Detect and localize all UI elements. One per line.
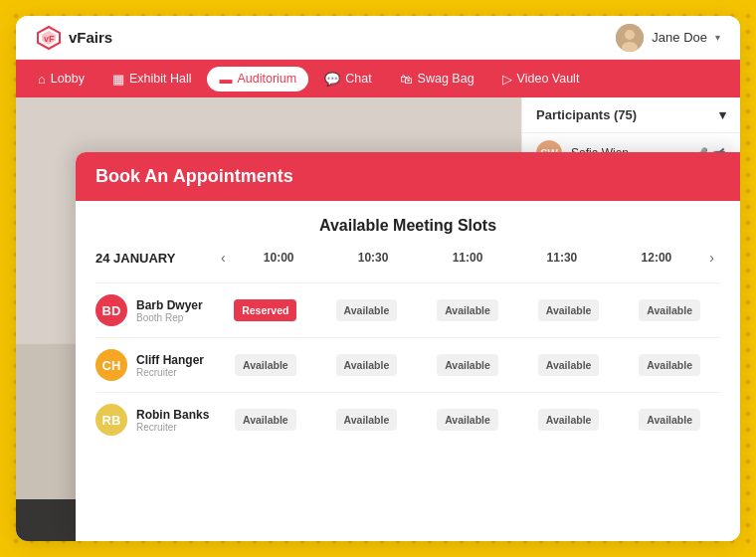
slot-button[interactable]: Available — [235, 354, 296, 376]
avatar: CH — [95, 349, 127, 381]
slot-button[interactable]: Available — [336, 354, 398, 376]
slot-button[interactable]: Available — [639, 409, 700, 431]
slot-button[interactable]: Available — [639, 354, 700, 376]
slot-button[interactable]: Available — [639, 299, 700, 321]
slot-cell: Available — [417, 348, 518, 382]
prev-date-button[interactable]: ‹ — [215, 250, 232, 266]
slot-button[interactable]: Available — [336, 299, 398, 321]
booking-section-title: Available Meeting Slots — [95, 217, 720, 235]
slot-button-reserved[interactable]: Reserved — [234, 299, 296, 321]
svg-point-4 — [625, 30, 635, 40]
nav-lobby-label: Lobby — [51, 72, 85, 86]
slot-cell: Available — [417, 293, 518, 327]
swag-bag-icon: 🛍 — [400, 72, 413, 87]
nav-item-video-vault[interactable]: ▷ Video Vault — [490, 67, 592, 92]
app-name: vFairs — [69, 29, 112, 46]
time-slot-header: 11:30 — [514, 247, 609, 269]
video-vault-icon: ▷ — [502, 72, 512, 87]
nav-video-label: Video Vault — [517, 72, 580, 86]
slot-cell: Available — [518, 403, 620, 437]
slot-button[interactable]: Available — [437, 354, 498, 376]
nav-bar: ⌂ Lobby ▦ Exhibit Hall ▬ Auditorium 💬 Ch… — [16, 60, 740, 97]
booking-row: CH Cliff Hanger Recruiter Available Avai… — [95, 337, 720, 392]
slot-button[interactable]: Available — [538, 409, 600, 431]
nav-auditorium-label: Auditorium — [237, 72, 296, 86]
avatar — [616, 24, 644, 52]
lobby-icon: ⌂ — [38, 72, 46, 87]
person-name: Barb Dwyer — [136, 298, 215, 312]
slot-cell: Available — [619, 403, 720, 437]
booking-row: BD Barb Dwyer Booth Rep Reserved Availab… — [95, 282, 720, 337]
person-name: Cliff Hanger — [136, 353, 215, 367]
app-header: vF vFairs Jane Doe ▾ — [16, 16, 740, 60]
avatar: RB — [95, 404, 127, 436]
slot-cell: Available — [417, 403, 518, 437]
booking-person: CH Cliff Hanger Recruiter — [95, 349, 215, 381]
nav-item-swag-bag[interactable]: 🛍 Swag Bag — [388, 67, 486, 92]
participants-title: Participants (75) — [536, 107, 637, 122]
chat-icon: 💬 — [324, 72, 340, 87]
svg-text:vF: vF — [44, 34, 55, 44]
nav-item-chat[interactable]: 💬 Chat — [312, 67, 383, 92]
booking-person: BD Barb Dwyer Booth Rep — [95, 294, 215, 326]
nav-item-exhibit-hall[interactable]: ▦ Exhibit Hall — [100, 67, 204, 92]
booking-body: Available Meeting Slots 24 JANUARY ‹ 10:… — [76, 201, 740, 538]
exhibit-hall-icon: ▦ — [112, 72, 124, 87]
time-slot-header: 10:30 — [326, 247, 421, 269]
booking-header: Book An Appointments — [76, 152, 740, 201]
date-navigation: 24 JANUARY ‹ 10:00 10:30 11:00 11:30 12:… — [95, 247, 720, 269]
slot-button[interactable]: Available — [538, 354, 600, 376]
person-role: Booth Rep — [136, 312, 215, 323]
person-role: Recruiter — [136, 422, 215, 433]
slot-cell: Available — [619, 293, 720, 327]
slot-cells: Available Available Available Available — [215, 348, 720, 382]
vfairs-logo-icon: vF — [36, 25, 62, 51]
slot-button[interactable]: Available — [235, 409, 296, 431]
main-window: vF vFairs Jane Doe ▾ ⌂ Lobby ▦ Exhibi — [16, 16, 740, 541]
person-role: Recruiter — [136, 367, 215, 378]
nav-chat-label: Chat — [345, 72, 371, 86]
slot-cell: Available — [316, 403, 418, 437]
booking-person: RB Robin Banks Recruiter — [95, 404, 215, 436]
slot-cell: Available — [316, 348, 418, 382]
participants-header: Participants (75) ▾ — [522, 97, 740, 133]
nav-exhibit-label: Exhibit Hall — [129, 72, 192, 86]
slot-button[interactable]: Available — [437, 299, 498, 321]
slot-cells: Reserved Available Available Available A — [215, 293, 720, 327]
next-date-button[interactable]: › — [703, 250, 720, 266]
slot-cell: Available — [316, 293, 418, 327]
slot-cell: Reserved — [215, 293, 316, 327]
nav-item-auditorium[interactable]: ▬ Auditorium — [207, 67, 308, 92]
slot-cell: Available — [215, 403, 316, 437]
person-name: Robin Banks — [136, 408, 215, 422]
booking-overlay: Book An Appointments Available Meeting S… — [76, 152, 740, 541]
user-menu[interactable]: Jane Doe ▾ — [616, 24, 720, 52]
time-slot-header: 11:00 — [421, 247, 515, 269]
auditorium-icon: ▬ — [219, 72, 232, 87]
booking-row: RB Robin Banks Recruiter Available Avail… — [95, 392, 720, 447]
participants-chevron-icon[interactable]: ▾ — [719, 107, 726, 122]
avatar: BD — [95, 294, 127, 326]
nav-swag-label: Swag Bag — [418, 72, 474, 86]
slot-cells: Available Available Available Available — [215, 403, 720, 437]
time-slot-header: 10:00 — [232, 247, 326, 269]
date-label: 24 JANUARY — [95, 251, 215, 266]
user-chevron-icon: ▾ — [715, 32, 720, 43]
slot-cell: Available — [215, 348, 316, 382]
slot-cell: Available — [518, 293, 620, 327]
slot-cell: Available — [619, 348, 720, 382]
slot-cell: Available — [518, 348, 620, 382]
user-name: Jane Doe — [652, 30, 707, 45]
time-slots-header: 10:00 10:30 11:00 11:30 12:00 — [232, 247, 704, 269]
slot-button[interactable]: Available — [538, 299, 600, 321]
content-area: 🎤 Mute 📷 Stop Video 🔒 Security Participa… — [16, 97, 740, 541]
slot-button[interactable]: Available — [336, 409, 398, 431]
app-logo: vF vFairs — [36, 25, 112, 51]
slot-button[interactable]: Available — [437, 409, 498, 431]
time-slot-header: 12:00 — [609, 247, 703, 269]
nav-item-lobby[interactable]: ⌂ Lobby — [26, 67, 96, 92]
booking-title: Book An Appointments — [95, 166, 293, 186]
